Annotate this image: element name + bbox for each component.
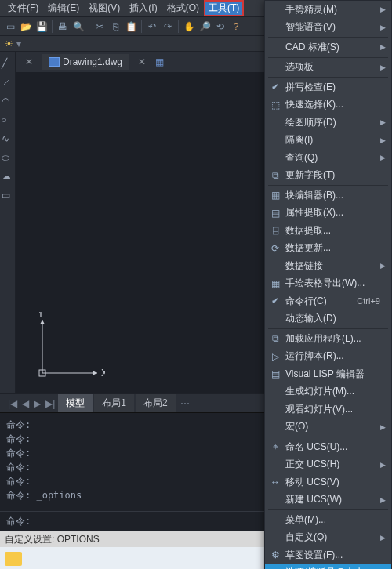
menu-item[interactable]: 数据链接▶ [265, 257, 391, 275]
polyline-icon[interactable]: ⟋ [2, 77, 14, 89]
menu-item-label: 属性提取(X)... [282, 206, 380, 219]
tools-menu-dropdown: 手势精灵(M)▶智能语音(V)▶CAD 标准(S)▶选项板▶✔拼写检查(E)⬚快… [264, 0, 392, 569]
menu-file[interactable]: 文件(F) [3, 0, 43, 16]
menu-item[interactable]: 隔离(I)▶ [265, 132, 391, 150]
ucs-icon: ⌖ [268, 440, 282, 453]
tab-layout2[interactable]: 布局2 [136, 394, 176, 412]
circle-icon[interactable]: ○ [2, 114, 14, 127]
close-doc-icon[interactable]: ✕ [135, 55, 149, 69]
preview-icon[interactable]: 🔍 [71, 20, 85, 34]
menu-item-label: 选项(搜狐号@大水牛测绘 [282, 566, 380, 569]
menu-item[interactable]: ▦块编辑器(B)... [265, 187, 391, 205]
tab-next-icon[interactable]: ▶ [32, 398, 42, 409]
menu-item[interactable]: 手势精灵(M)▶ [265, 1, 391, 19]
menu-item[interactable]: 观看幻灯片(V)... [265, 400, 391, 419]
menu-item-label: 数据更新... [282, 241, 380, 255]
select-icon: ⬚ [268, 99, 282, 111]
save-icon[interactable]: 💾 [34, 20, 49, 34]
menu-item-label: 智能语音(V) [282, 20, 380, 34]
blank-icon [268, 116, 282, 129]
move-icon: ↔ [268, 476, 282, 488]
menu-item[interactable]: 智能语音(V)▶ [265, 19, 391, 37]
menu-item[interactable]: 宏(O)▶ [265, 419, 391, 437]
menu-item-label: 生成幻灯片(M)... [282, 385, 380, 398]
zoom-icon[interactable]: 🔎 [198, 20, 212, 34]
explorer-icon[interactable] [5, 552, 22, 566]
menu-format[interactable]: 格式(O) [162, 0, 204, 16]
menu-item[interactable]: 绘图顺序(D)▶ [265, 114, 391, 132]
submenu-arrow-icon: ▶ [380, 423, 387, 431]
menu-tools[interactable]: 工具(T) [204, 0, 244, 16]
menu-item-label: 动态输入(D) [282, 312, 380, 325]
submenu-arrow-icon: ▶ [380, 496, 387, 504]
menu-item[interactable]: ⧉加载应用程序(L)... [265, 330, 391, 348]
menu-item[interactable]: ▦手绘表格导出(W)... [265, 275, 391, 293]
blank-icon [268, 41, 282, 53]
menu-item[interactable]: ▤Visual LISP 编辑器 [265, 365, 391, 383]
doc-tab[interactable]: Drawing1.dwg [42, 54, 129, 70]
copy-icon[interactable]: ⎘ [108, 20, 122, 34]
submenu-arrow-icon: ▶ [380, 5, 387, 13]
spline-icon[interactable]: ∿ [2, 133, 14, 146]
blank-icon [268, 134, 282, 147]
rect-icon[interactable]: ▭ [2, 190, 14, 202]
menu-item[interactable]: ⌖命名 UCS(U)... [265, 438, 391, 456]
paste-icon[interactable]: 📋 [124, 20, 138, 34]
tab-more-icon[interactable]: ⋯ [180, 398, 190, 409]
menu-item-label: 宏(O) [282, 420, 380, 433]
new-tab-icon[interactable]: ▦ [155, 56, 164, 67]
cut-icon[interactable]: ✂ [93, 20, 107, 34]
ucs-axis: X Y [34, 312, 105, 382]
tab-model[interactable]: 模型 [58, 394, 93, 412]
menu-item[interactable]: 自定义(Q)▶ [265, 529, 391, 547]
help-icon[interactable]: ? [229, 20, 243, 34]
tab-prev-icon[interactable]: ◀ [20, 398, 31, 409]
menu-item[interactable]: 正交 UCS(H)▶ [265, 456, 391, 474]
new-icon[interactable]: ▭ [3, 20, 17, 34]
menu-item-label: 移动 UCS(V) [282, 476, 380, 489]
line-icon[interactable]: ╱ [2, 58, 14, 71]
menu-item[interactable]: CAD 标准(S)▶ [265, 38, 391, 56]
ellipse-icon[interactable]: ⬭ [2, 152, 14, 165]
undo-icon[interactable]: ↶ [145, 20, 159, 34]
menu-item[interactable]: ↔移动 UCS(V) [265, 473, 391, 491]
blank-icon [268, 513, 282, 526]
redo-icon[interactable]: ↷ [161, 20, 175, 34]
menu-item[interactable]: 菜单(M)... [265, 511, 391, 529]
menu-item[interactable]: ✹选项(搜狐号@大水牛测绘 [265, 564, 391, 570]
menu-item[interactable]: ✔命令行(C)Ctrl+9 [265, 292, 391, 310]
check-icon: ✔ [268, 81, 282, 93]
menu-item[interactable]: ⚙草图设置(F)... [265, 546, 391, 564]
menu-item-label: 正交 UCS(H) [282, 458, 380, 471]
menu-item[interactable]: ▷运行脚本(R)... [265, 348, 391, 366]
menu-item[interactable]: ✔拼写检查(E) [265, 78, 391, 96]
arc-icon[interactable]: ◠ [2, 96, 14, 108]
menu-item-label: 手势精灵(M) [282, 3, 380, 16]
menu-item[interactable]: ⧉更新字段(T) [265, 167, 391, 185]
orbit-icon[interactable]: ⟲ [213, 20, 227, 34]
tab-first-icon[interactable]: |◀ [6, 398, 19, 409]
menu-item[interactable]: 选项板▶ [265, 59, 391, 77]
menu-item[interactable]: 查询(Q)▶ [265, 149, 391, 167]
menu-item[interactable]: ⌸数据提取... [265, 222, 391, 240]
menu-item[interactable]: ⬚快速选择(K)... [265, 96, 391, 114]
menu-item-label: CAD 标准(S) [282, 41, 380, 54]
menu-item[interactable]: ⟳数据更新... [265, 240, 391, 258]
menu-item[interactable]: 生成幻灯片(M)... [265, 383, 391, 401]
tab-last-icon[interactable]: ▶| [44, 398, 56, 409]
menu-item[interactable]: 动态输入(D) [265, 310, 391, 328]
blank-icon [268, 259, 282, 272]
open-icon[interactable]: 📂 [19, 20, 33, 34]
menu-item[interactable]: 新建 UCS(W)▶ [265, 491, 391, 509]
tab-close-icon[interactable]: ✕ [22, 55, 36, 69]
pan-icon[interactable]: ✋ [182, 20, 196, 34]
layer-icon[interactable]: ☀ [5, 38, 13, 49]
print-icon[interactable]: 🖶 [56, 20, 70, 34]
menu-item[interactable]: ▤属性提取(X)... [265, 205, 391, 223]
menu-view[interactable]: 视图(V) [84, 0, 125, 16]
menu-insert[interactable]: 插入(I) [125, 0, 162, 16]
refresh-icon: ⟳ [268, 242, 282, 255]
cloud-icon[interactable]: ☁ [2, 171, 14, 183]
tab-layout1[interactable]: 布局1 [94, 394, 134, 412]
menu-edit[interactable]: 编辑(E) [43, 0, 84, 16]
